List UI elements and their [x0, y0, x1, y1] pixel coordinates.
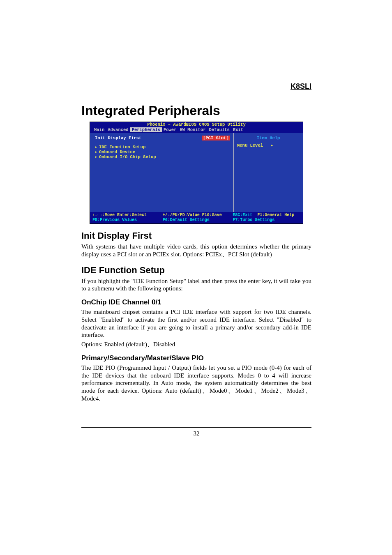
bios-footer-value-save: +/-/PU/PD:Value F10:Save	[163, 213, 231, 218]
bios-menu-defaults[interactable]: Defaults	[207, 127, 231, 132]
bios-option-value[interactable]: [PCI Slot]	[202, 136, 230, 140]
para-init-display-first: With systems that have multiple video ca…	[81, 243, 311, 258]
bios-help-menu-level-label: Menu Level	[237, 143, 263, 148]
page-title: Integrated Peripherals	[81, 103, 311, 118]
bios-option-label: Init Display First	[95, 136, 141, 140]
bios-screenshot: Phoenix – AwardBIOS CMOS Setup Utility M…	[90, 122, 303, 224]
bios-menu-exit[interactable]: Exit	[231, 127, 245, 132]
bios-help-menu-level: Menu Level ▸	[237, 143, 300, 148]
heading-init-display-first: Init Display First	[81, 230, 311, 241]
bios-menu-main[interactable]: Main	[92, 127, 106, 132]
bios-footer: ↑↓←→:Move Enter:Select +/-/PU/PD:Value F…	[90, 212, 303, 223]
bios-main-pane: Init Display First [PCI Slot] ▸IDE Funct…	[90, 133, 234, 212]
triangle-right-icon: ▸	[95, 154, 99, 159]
bios-menu-power[interactable]: Power	[162, 127, 178, 132]
bios-submenu-label: IDE Function Setup	[99, 145, 145, 150]
heading-pio: Primary/Secondary/Master/Slave PIO	[81, 354, 311, 362]
triangle-right-icon: ▸	[95, 145, 99, 150]
bios-option-init-display-first[interactable]: Init Display First [PCI Slot]	[95, 136, 230, 140]
bios-menu-hwmonitor[interactable]: HW Monitor	[178, 127, 207, 132]
bios-help-pane: Item Help Menu Level ▸	[234, 133, 303, 212]
bios-submenu-label: Onboard I/O Chip Setup	[99, 154, 156, 159]
bios-footer-turbo-settings: F7:Turbo Settings	[233, 218, 300, 223]
bios-title: Phoenix – AwardBIOS CMOS Setup Utility	[90, 122, 303, 127]
bios-help-title: Item Help	[237, 136, 300, 140]
para-onchip-ide-2: Options: Enabled (default)、Disabled	[81, 341, 311, 348]
heading-onchip-ide: OnChip IDE Channel 0/1	[81, 298, 311, 306]
bios-menu-advanced[interactable]: Advanced	[106, 127, 130, 132]
bios-menubar: Main Advanced Peripherals Power HW Monit…	[90, 127, 303, 133]
bios-footer-default-settings: F6:Default Settings	[163, 218, 231, 223]
para-onchip-ide-1: The mainboard chipset contains a PCI IDE…	[81, 308, 311, 339]
para-ide-function-setup: If you highlight the "IDE Function Setup…	[81, 277, 311, 293]
bios-submenu-onboard-device[interactable]: ▸Onboard Device	[95, 150, 230, 154]
para-pio: The IDE PIO (Programmed Input / Output) …	[81, 364, 311, 403]
bios-footer-previous-values: F5:Previous Values	[92, 218, 160, 223]
triangle-right-icon: ▸	[271, 143, 273, 148]
bios-submenu-ide-function-setup[interactable]: ▸IDE Function Setup	[95, 145, 230, 150]
bios-footer-move-select: ↑↓←→:Move Enter:Select	[92, 213, 160, 218]
product-header: K8SLI	[81, 82, 311, 91]
bios-submenu-label: Onboard Device	[99, 150, 135, 154]
page-number: 32	[81, 427, 311, 437]
bios-submenu-onboard-io-chip-setup[interactable]: ▸Onboard I/O Chip Setup	[95, 154, 230, 159]
bios-footer-exit-help: ESC:Exit F1:General Help	[233, 213, 300, 218]
bios-menu-peripherals[interactable]: Peripherals	[130, 127, 162, 132]
triangle-right-icon: ▸	[95, 150, 99, 154]
heading-ide-function-setup: IDE Function Setup	[81, 265, 311, 276]
